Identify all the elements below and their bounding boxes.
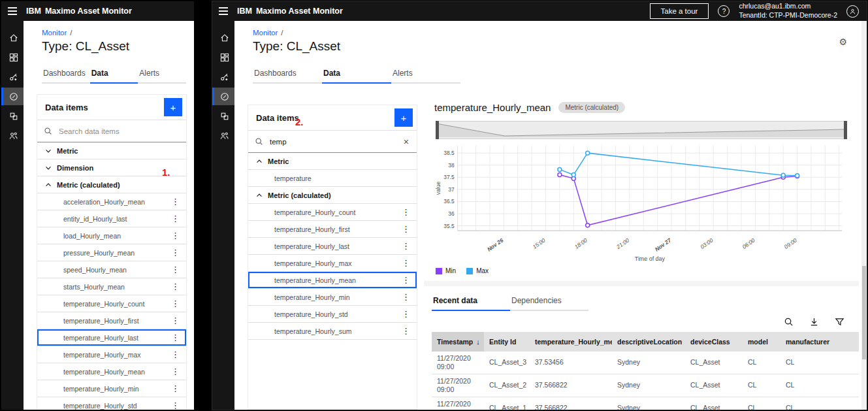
detail-tab[interactable]: Dependencies [510, 291, 588, 311]
data-item-row[interactable]: pressure_Hourly_mean ⋮ [37, 244, 186, 261]
data-item-row[interactable]: Metric ⋮ [248, 153, 417, 170]
search-input[interactable] [268, 137, 397, 146]
search-input[interactable] [57, 127, 180, 136]
overflow-menu-icon[interactable]: ⋮ [400, 310, 411, 318]
overflow-menu-icon[interactable]: ⋮ [170, 282, 181, 291]
sidebar-item-devices[interactable] [212, 107, 234, 125]
overflow-menu-icon[interactable]: ⋮ [400, 225, 411, 233]
add-data-item-button[interactable]: + [164, 98, 182, 116]
data-item-row[interactable]: temperature_Hourly_count ⋮ [37, 295, 186, 312]
data-item-row[interactable]: temperature_Hourly_mean ⋮ [37, 363, 186, 380]
table-row[interactable]: 11/27/2020 09:00 CL_Asset_2 37.566822 Sy… [432, 374, 859, 397]
data-item-row[interactable]: temperature_Hourly_last ⋮ [37, 329, 186, 346]
sidebar-item-dashboards[interactable] [212, 48, 234, 66]
table-column-header[interactable]: manufacturer↓ [780, 332, 859, 352]
breadcrumb-link-monitor[interactable]: Monitor [42, 29, 67, 37]
data-item-row[interactable]: entity_id_Hourly_last ⋮ [37, 210, 186, 227]
data-item-row[interactable]: Metric ⋮ [37, 142, 186, 159]
data-item-row[interactable]: load_Hourly_mean ⋮ [37, 227, 186, 244]
detail-tab[interactable]: Recent data [432, 291, 510, 311]
data-item-row[interactable]: temperature_Hourly_std ⋮ [248, 306, 417, 323]
take-a-tour-button[interactable]: Take a tour [650, 3, 709, 19]
scrollbar-thumb[interactable] [862, 266, 866, 359]
overflow-menu-icon[interactable]: ⋮ [170, 299, 181, 308]
clear-search-icon[interactable]: × [402, 137, 410, 147]
data-item-row[interactable]: temperature_Hourly_last ⋮ [248, 238, 417, 255]
overflow-menu-icon[interactable]: ⋮ [170, 384, 181, 393]
data-item-row[interactable]: temperature_Hourly_mean ⋮ [248, 272, 417, 289]
overflow-menu-icon[interactable]: ⋮ [170, 401, 181, 410]
overflow-menu-icon[interactable]: ⋮ [170, 333, 181, 342]
line-chart[interactable]: 35.53636.53737.53838.5Nov 2615:0018:0021… [434, 140, 848, 266]
vertical-scrollbar[interactable] [861, 21, 867, 410]
overflow-menu-icon[interactable]: ⋮ [400, 327, 411, 335]
sidebar-item-monitor[interactable] [212, 88, 234, 105]
table-column-header[interactable]: Entity Id↓ [484, 332, 530, 352]
filter-icon[interactable] [835, 317, 844, 327]
page-tab[interactable]: Alerts [391, 64, 460, 84]
table-column-header[interactable]: temperature_Hourly_mean↓ [530, 332, 612, 352]
sidebar-item-dashboards[interactable] [1, 48, 24, 66]
overflow-menu-icon[interactable]: ⋮ [170, 214, 181, 223]
menu-icon[interactable] [212, 1, 234, 21]
sidebar-item-devices[interactable] [1, 107, 24, 125]
data-item-row[interactable]: temperature_Hourly_sum ⋮ [248, 323, 417, 340]
data-item-row[interactable]: temperature_Hourly_std ⋮ [37, 397, 186, 410]
overflow-menu-icon[interactable]: ⋮ [170, 265, 181, 274]
page-tab[interactable]: Data [90, 64, 138, 84]
table-row[interactable]: 11/27/2020 09:00 CL_Asset_3 37.53456 Syd… [432, 352, 859, 374]
breadcrumb-link-monitor[interactable]: Monitor [253, 29, 278, 37]
table-search-icon[interactable] [784, 317, 794, 327]
data-item-row[interactable]: speed_Hourly_mean ⋮ [37, 261, 186, 278]
overflow-menu-icon[interactable]: ⋮ [400, 242, 411, 250]
data-item-row[interactable]: temperature_Hourly_min ⋮ [37, 380, 186, 397]
overflow-menu-icon[interactable]: ⋮ [170, 248, 181, 257]
overflow-menu-icon[interactable]: ⋮ [170, 231, 181, 240]
page-tab[interactable]: Dashboards [253, 64, 322, 84]
overflow-menu-icon[interactable]: ⋮ [400, 293, 411, 301]
overflow-menu-icon[interactable]: ⋮ [170, 350, 181, 359]
table-column-header[interactable]: descriptiveLocation↓ [612, 332, 685, 352]
avatar-icon[interactable] [846, 5, 859, 18]
download-icon[interactable] [809, 317, 819, 327]
table-column-header[interactable]: Timestamp↓ [432, 332, 484, 352]
overflow-menu-icon[interactable]: ⋮ [400, 208, 411, 216]
overflow-menu-icon[interactable]: ⋮ [400, 276, 411, 284]
data-item-row[interactable]: temperature_Hourly_first ⋮ [37, 312, 186, 329]
menu-icon[interactable] [1, 1, 24, 21]
data-item-row[interactable]: temperature_Hourly_first ⋮ [248, 221, 417, 238]
overflow-menu-icon[interactable]: ⋮ [170, 197, 181, 206]
table-row[interactable]: 11/27/2020 09:00 CL_Asset_1 37.566822 Sy… [432, 397, 859, 410]
data-item-row[interactable]: temperature_Hourly_max ⋮ [248, 255, 417, 272]
data-item-row[interactable]: acceleration_Hourly_mean ⋮ [37, 193, 186, 210]
add-data-item-button[interactable]: + [394, 108, 413, 127]
data-item-row[interactable]: temperature_Hourly_max ⋮ [37, 346, 186, 363]
overflow-menu-icon[interactable]: ⋮ [170, 316, 181, 325]
table-column-header[interactable]: deviceClass↓ [685, 332, 743, 352]
zoom-range-slider[interactable] [436, 121, 847, 139]
data-item-row[interactable]: temperature_Hourly_min ⋮ [248, 289, 417, 306]
sidebar-item-connections[interactable] [1, 68, 24, 86]
data-item-row[interactable]: temperature ⋮ [248, 170, 417, 187]
overflow-menu-icon[interactable]: ⋮ [400, 259, 411, 267]
sidebar-item-connections[interactable] [212, 68, 234, 86]
sidebar-item-users[interactable] [1, 127, 24, 144]
help-icon[interactable]: ? [718, 5, 730, 17]
data-item-row[interactable]: Metric (calculated) ⋮ [248, 187, 417, 204]
data-item-row[interactable]: starts_Hourly_mean ⋮ [37, 278, 186, 295]
data-item-row[interactable]: Metric (calculated) ⋮ [37, 176, 186, 193]
page-tab[interactable]: Alerts [138, 64, 186, 84]
sidebar-item-home[interactable] [1, 29, 24, 46]
data-item-row[interactable]: Dimension ⋮ [37, 159, 186, 176]
legend-item[interactable]: Max [466, 267, 489, 274]
overflow-menu-icon[interactable]: ⋮ [170, 367, 181, 376]
page-tab[interactable]: Dashboards [42, 64, 90, 84]
sidebar-item-home[interactable] [212, 29, 234, 46]
sidebar-item-monitor[interactable] [1, 88, 24, 105]
settings-gear-icon[interactable]: ⚙ [835, 37, 851, 47]
data-item-row[interactable]: temperature_Hourly_count ⋮ [248, 204, 417, 221]
table-column-header[interactable]: model↓ [743, 332, 780, 352]
sidebar-item-users[interactable] [212, 127, 234, 144]
page-tab[interactable]: Data [322, 64, 391, 84]
legend-item[interactable]: Min [436, 267, 456, 274]
